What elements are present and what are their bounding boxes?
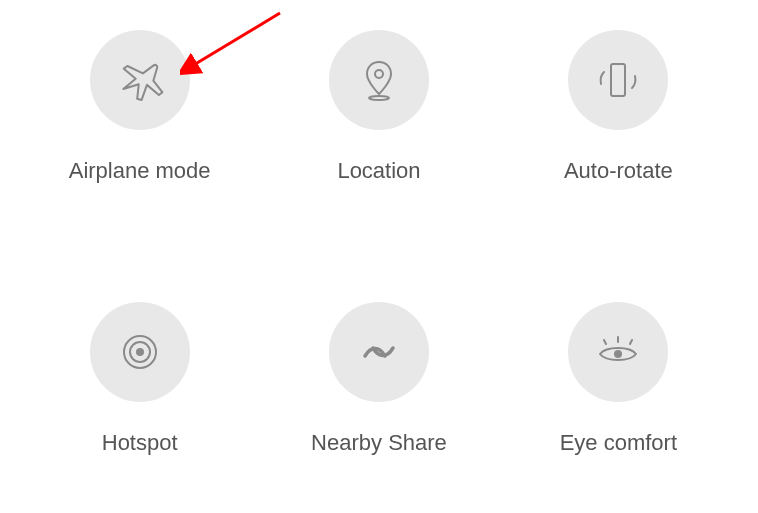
eye-comfort-label: Eye comfort <box>560 430 677 456</box>
svg-point-6 <box>614 350 622 358</box>
quick-settings-grid: Airplane mode Location Auto-rotate <box>0 0 758 513</box>
nearby-share-icon <box>355 328 403 376</box>
auto-rotate-label: Auto-rotate <box>564 158 673 184</box>
nearby-share-label: Nearby Share <box>311 430 447 456</box>
nearby-share-circle <box>329 302 429 402</box>
location-label: Location <box>337 158 420 184</box>
eye-comfort-icon <box>594 328 642 376</box>
hotspot-toggle[interactable]: Hotspot <box>20 302 259 494</box>
location-toggle[interactable]: Location <box>259 30 498 222</box>
svg-line-9 <box>630 340 632 344</box>
location-icon <box>355 56 403 104</box>
airplane-mode-label: Airplane mode <box>69 158 211 184</box>
airplane-mode-circle <box>90 30 190 130</box>
nearby-share-toggle[interactable]: Nearby Share <box>259 302 498 494</box>
location-circle <box>329 30 429 130</box>
eye-comfort-toggle[interactable]: Eye comfort <box>499 302 738 494</box>
svg-point-0 <box>375 70 383 78</box>
svg-rect-2 <box>611 64 625 96</box>
svg-line-7 <box>604 340 606 344</box>
auto-rotate-icon <box>594 56 642 104</box>
eye-comfort-circle <box>568 302 668 402</box>
hotspot-icon <box>116 328 164 376</box>
svg-point-1 <box>369 96 389 100</box>
svg-point-3 <box>136 348 144 356</box>
airplane-mode-toggle[interactable]: Airplane mode <box>20 30 259 222</box>
auto-rotate-circle <box>568 30 668 130</box>
hotspot-circle <box>90 302 190 402</box>
airplane-icon <box>116 56 164 104</box>
hotspot-label: Hotspot <box>102 430 178 456</box>
auto-rotate-toggle[interactable]: Auto-rotate <box>499 30 738 222</box>
